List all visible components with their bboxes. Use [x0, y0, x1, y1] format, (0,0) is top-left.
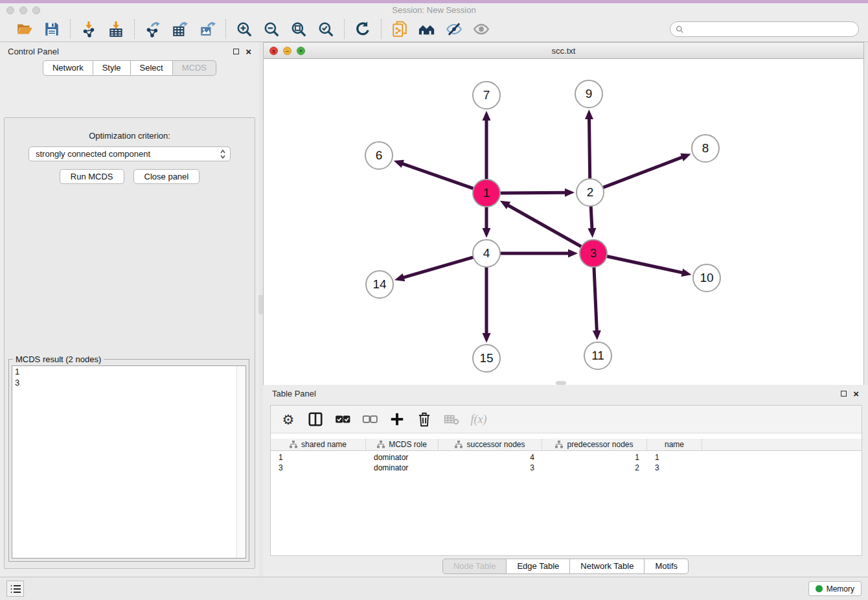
tab-edge-table[interactable]: Edge Table: [507, 559, 570, 574]
select-all-icon[interactable]: [334, 410, 351, 429]
control-panel-title: Control Panel: [8, 47, 59, 56]
edge-2-8[interactable]: [602, 157, 683, 188]
table-row[interactable]: 1dominator411: [271, 452, 862, 463]
column-header-predecessor-nodes[interactable]: predecessor nodes: [542, 439, 647, 450]
open-file-icon[interactable]: [14, 19, 35, 39]
edge-1-2[interactable]: [565, 189, 575, 197]
tab-mcds[interactable]: MCDS: [173, 60, 216, 76]
mcds-result-list[interactable]: 13: [12, 365, 246, 559]
graph-node-4[interactable]: 4: [472, 239, 501, 268]
edge-4-15[interactable]: [483, 333, 491, 343]
tab-style[interactable]: Style: [93, 60, 131, 76]
float-table-panel-icon[interactable]: [841, 391, 847, 397]
search-input[interactable]: [687, 25, 853, 34]
table-row[interactable]: 3dominator323: [271, 463, 862, 473]
memory-label: Memory: [827, 584, 854, 594]
edge-3-11[interactable]: [593, 330, 601, 340]
column-view-icon[interactable]: [307, 410, 324, 429]
graph-node-8[interactable]: 8: [691, 134, 720, 163]
vertical-splitter-handle[interactable]: [258, 295, 263, 314]
edge-1-7[interactable]: [483, 111, 491, 121]
first-neighbors-icon[interactable]: [417, 19, 437, 39]
graph-canvas[interactable]: 1234678910111415: [264, 59, 863, 385]
cell-MCDS-role: dominator: [366, 463, 439, 473]
cell-successor-nodes: 3: [439, 463, 542, 473]
edge-1-6[interactable]: [394, 160, 404, 168]
edge-1-2[interactable]: [499, 192, 566, 193]
delete-table-icon[interactable]: [443, 410, 460, 429]
column-header-shared-name[interactable]: shared name: [271, 439, 366, 450]
export-network-icon[interactable]: [143, 19, 163, 39]
edge-1-4[interactable]: [483, 228, 491, 238]
close-panel-button[interactable]: Close panel: [133, 169, 200, 184]
edge-2-3[interactable]: [591, 205, 592, 229]
edge-3-1[interactable]: [507, 205, 582, 247]
graph-node-10[interactable]: 10: [692, 264, 721, 292]
export-table-icon[interactable]: [170, 19, 190, 39]
unselect-all-icon[interactable]: [361, 410, 378, 429]
edge-2-9[interactable]: [589, 118, 590, 179]
graph-node-1[interactable]: 1: [472, 179, 501, 207]
show-all-icon[interactable]: [471, 19, 492, 39]
edge-4-14[interactable]: [394, 273, 405, 281]
settings-gear-icon[interactable]: ⚙: [280, 410, 297, 429]
graph-node-9[interactable]: 9: [575, 80, 603, 108]
close-panel-icon[interactable]: ×: [246, 47, 251, 56]
delete-column-icon[interactable]: [416, 410, 433, 429]
edge-3-10[interactable]: [606, 256, 683, 273]
graph-node-15[interactable]: 15: [472, 344, 501, 373]
add-column-icon[interactable]: [389, 410, 405, 429]
graph-edges: [264, 59, 863, 385]
edge-2-3[interactable]: [588, 228, 596, 238]
graph-node-3[interactable]: 3: [579, 239, 608, 268]
edge-4-3[interactable]: [568, 249, 578, 258]
network-title: scc.txt: [264, 46, 863, 56]
main-toolbar: [0, 17, 868, 42]
cell-shared-name: 3: [271, 463, 366, 473]
zoom-fit-icon[interactable]: [288, 19, 309, 39]
memory-button[interactable]: Memory: [808, 581, 862, 596]
edge-4-14[interactable]: [403, 257, 474, 278]
edge-3-11[interactable]: [594, 266, 597, 332]
run-mcds-button[interactable]: Run MCDS: [60, 169, 124, 184]
export-image-icon[interactable]: [197, 19, 218, 39]
cell-name: 1: [647, 452, 702, 463]
float-panel-icon[interactable]: [233, 49, 239, 54]
graph-node-7[interactable]: 7: [472, 81, 501, 110]
graph-node-2[interactable]: 2: [576, 178, 604, 207]
tab-node-table[interactable]: Node Table: [442, 559, 507, 574]
result-scrollbar[interactable]: [236, 366, 246, 558]
column-header-MCDS-role[interactable]: MCDS role: [366, 439, 439, 450]
zoom-selected-icon[interactable]: [315, 19, 336, 39]
task-history-button[interactable]: [6, 581, 24, 597]
graph-node-14[interactable]: 14: [365, 270, 394, 299]
zoom-in-icon[interactable]: [234, 19, 255, 39]
zoom-out-icon[interactable]: [261, 19, 282, 39]
import-network-icon[interactable]: [78, 19, 99, 39]
column-header-name[interactable]: name: [647, 439, 702, 450]
hide-selected-icon[interactable]: [444, 19, 464, 39]
edge-1-6[interactable]: [402, 163, 474, 189]
graph-node-11[interactable]: 11: [584, 341, 612, 370]
network-view-window: x – + scc.txt 1234678910111415: [263, 42, 864, 385]
search-field[interactable]: [670, 21, 859, 37]
tab-select[interactable]: Select: [131, 60, 173, 76]
tab-motifs[interactable]: Motifs: [645, 559, 689, 574]
import-table-icon[interactable]: [106, 19, 126, 39]
list-icon: [10, 584, 21, 594]
tab-network-table[interactable]: Network Table: [570, 559, 645, 574]
clone-network-icon[interactable]: [389, 19, 410, 39]
tab-network[interactable]: Network: [43, 60, 93, 76]
refresh-icon[interactable]: [352, 19, 373, 39]
network-window-titlebar[interactable]: x – + scc.txt: [264, 43, 863, 59]
graph-node-6[interactable]: 6: [365, 141, 393, 170]
save-session-icon[interactable]: [41, 19, 62, 39]
close-table-panel-icon[interactable]: ×: [853, 389, 859, 398]
column-header-successor-nodes[interactable]: successor nodes: [439, 439, 542, 450]
edge-2-8[interactable]: [680, 154, 691, 161]
function-builder-icon[interactable]: f(x): [470, 410, 487, 429]
edge-3-10[interactable]: [681, 268, 692, 277]
edge-2-9[interactable]: [585, 110, 593, 119]
cell-successor-nodes: 4: [439, 452, 542, 463]
criterion-dropdown[interactable]: strongly connected component: [29, 146, 231, 161]
